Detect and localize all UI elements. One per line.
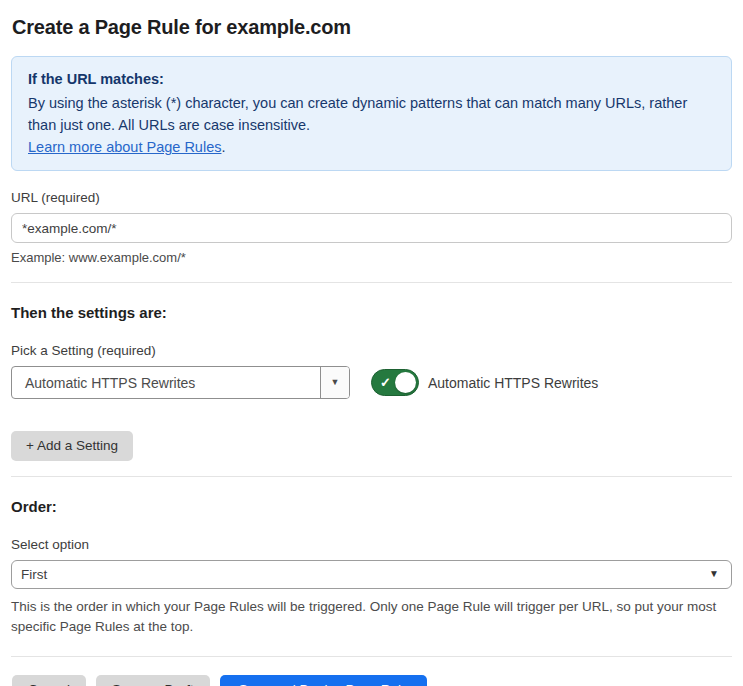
order-helper-text: This is the order in which your Page Rul… — [11, 597, 732, 638]
url-field-label: URL (required) — [11, 190, 732, 205]
chevron-down-icon: ▼ — [331, 378, 340, 387]
setting-dropdown[interactable]: Automatic HTTPS Rewrites ▼ — [11, 366, 350, 399]
save-and-deploy-button[interactable]: Save and Deploy Page Rule — [220, 675, 428, 686]
divider — [11, 282, 732, 283]
order-select-value: First — [21, 567, 47, 582]
info-box-body: By using the asterisk (*) character, you… — [28, 92, 715, 136]
toggle-label: Automatic HTTPS Rewrites — [428, 375, 598, 391]
page-title: Create a Page Rule for example.com — [12, 16, 731, 39]
toggle-knob — [395, 372, 416, 393]
create-page-rule-form: Create a Page Rule for example.com If th… — [0, 0, 743, 686]
divider — [11, 476, 732, 477]
url-match-info-box: If the URL matches: By using the asteris… — [11, 56, 732, 171]
info-box-heading: If the URL matches: — [28, 68, 715, 90]
url-example-helper: Example: www.example.com/* — [11, 250, 732, 265]
order-section-heading: Order: — [11, 498, 732, 515]
setting-dropdown-arrow-button[interactable]: ▼ — [320, 367, 349, 398]
cancel-button[interactable]: Cancel — [12, 675, 86, 686]
setting-row: Automatic HTTPS Rewrites ▼ ✓ Automatic H… — [11, 366, 732, 399]
divider — [11, 656, 732, 657]
select-caret-icon: ▼ — [709, 569, 719, 579]
order-select[interactable]: First ▼ — [11, 560, 732, 589]
setting-dropdown-value: Automatic HTTPS Rewrites — [12, 367, 320, 398]
footer-actions: Cancel Save as Draft Save and Deploy Pag… — [11, 675, 732, 686]
automatic-https-rewrites-toggle[interactable]: ✓ — [371, 369, 419, 396]
learn-more-link[interactable]: Learn more about Page Rules — [28, 139, 221, 155]
url-input[interactable] — [11, 213, 732, 243]
pick-setting-label: Pick a Setting (required) — [11, 343, 732, 358]
select-option-label: Select option — [11, 537, 732, 552]
info-box-link-line: Learn more about Page Rules. — [28, 136, 715, 158]
save-as-draft-button[interactable]: Save as Draft — [96, 675, 210, 686]
add-setting-button[interactable]: + Add a Setting — [11, 431, 133, 461]
toggle-checkmark-icon: ✓ — [380, 376, 391, 389]
link-suffix: . — [221, 139, 225, 155]
settings-section-heading: Then the settings are: — [11, 304, 732, 321]
